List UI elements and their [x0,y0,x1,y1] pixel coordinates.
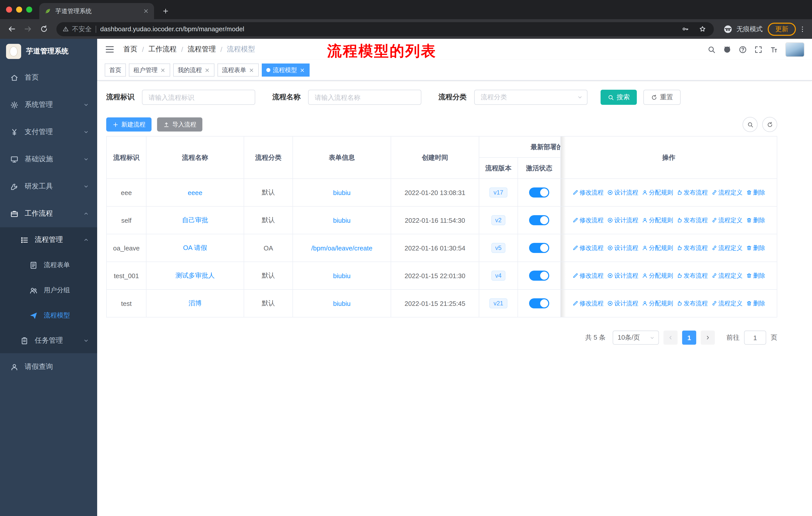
tag-process-form[interactable]: 流程表单 [218,63,259,77]
window-minimize-button[interactable] [16,6,22,12]
version-badge[interactable]: v5 [491,243,505,253]
form-link[interactable]: biubiu [333,216,350,224]
form-link[interactable]: biubiu [333,300,350,307]
fullscreen-icon[interactable] [754,45,763,54]
version-badge[interactable]: v2 [491,215,505,225]
op-publish-link[interactable]: 发布流程 [676,299,708,308]
sidebar-collapse-button[interactable] [105,44,115,54]
op-delete-link[interactable]: 删除 [746,244,765,252]
op-delete-link[interactable]: 删除 [746,299,765,308]
op-edit-link[interactable]: 修改流程 [572,299,604,308]
forward-button[interactable] [20,21,35,36]
process-name-link[interactable]: 自己审批 [182,216,208,224]
op-design-link[interactable]: 设计流程 [607,271,638,280]
goto-page-input[interactable] [744,331,766,345]
close-icon[interactable] [204,67,210,73]
op-delete-link[interactable]: 删除 [746,271,765,280]
op-edit-link[interactable]: 修改流程 [572,271,604,280]
op-assign-link[interactable]: 分配规则 [642,299,673,308]
op-design-link[interactable]: 设计流程 [607,216,638,224]
sidebar-item-home[interactable]: 首页 [0,64,97,91]
sidebar-item-task-mgmt[interactable]: 任务管理 [0,328,97,353]
op-definition-link[interactable]: 流程定义 [711,188,743,197]
op-design-link[interactable]: 设计流程 [607,299,638,308]
update-button[interactable]: 更新 [768,22,796,35]
process-name-link[interactable]: eeee [188,189,202,196]
status-toggle[interactable] [529,215,549,225]
op-publish-link[interactable]: 发布流程 [676,216,708,224]
font-size-icon[interactable] [770,45,778,54]
version-badge[interactable]: v21 [490,298,508,308]
op-delete-link[interactable]: 删除 [746,216,765,224]
sidebar-item-workflow[interactable]: 工作流程 [0,200,97,227]
page-size-select[interactable]: 10条/页 [613,331,659,345]
status-toggle[interactable] [529,298,549,308]
category-select[interactable]: 流程分类 [474,90,587,105]
search-button[interactable]: 搜索 [601,90,637,105]
op-edit-link[interactable]: 修改流程 [572,188,604,197]
sidebar-item-user-group[interactable]: 用户分组 [0,278,97,303]
op-assign-link[interactable]: 分配规则 [642,188,673,197]
help-icon[interactable] [738,45,747,54]
github-icon[interactable] [723,45,731,54]
sidebar-item-process-model[interactable]: 流程模型 [0,303,97,328]
browser-tab[interactable]: 芋道管理系统 [39,3,154,19]
tab-close-icon[interactable] [143,8,149,14]
op-publish-link[interactable]: 发布流程 [676,188,708,197]
sidebar-item-process-mgmt[interactable]: 流程管理 [0,227,97,252]
tag-tenant[interactable]: 租户管理 [129,63,170,77]
security-indicator[interactable]: 不安全 [62,24,92,33]
op-definition-link[interactable]: 流程定义 [711,244,743,252]
op-definition-link[interactable]: 流程定义 [711,299,743,308]
tag-home[interactable]: 首页 [105,63,126,77]
op-assign-link[interactable]: 分配规则 [642,216,673,224]
sidebar-item-leave-query[interactable]: 请假查询 [0,353,97,380]
window-zoom-button[interactable] [26,6,32,12]
op-design-link[interactable]: 设计流程 [607,188,638,197]
sidebar-item-dev-tools[interactable]: 研发工具 [0,173,97,200]
version-badge[interactable]: v17 [490,187,508,197]
refresh-table-button[interactable] [762,117,777,132]
window-close-button[interactable] [6,6,12,12]
op-edit-link[interactable]: 修改流程 [572,244,604,252]
create-process-button[interactable]: 新建流程 [106,117,151,132]
version-badge[interactable]: v4 [491,271,505,281]
op-definition-link[interactable]: 流程定义 [711,271,743,280]
new-tab-button[interactable] [159,4,172,18]
browser-menu-button[interactable] [797,22,808,35]
status-toggle[interactable] [529,187,549,197]
close-icon[interactable] [299,67,305,73]
process-name-link[interactable]: OA 请假 [183,244,207,251]
form-link[interactable]: biubiu [333,272,350,279]
op-design-link[interactable]: 设计流程 [607,244,638,252]
process-key-input[interactable] [142,90,255,105]
process-name-link[interactable]: 测试多审批人 [175,272,215,279]
prev-page-button[interactable] [664,331,677,345]
op-publish-link[interactable]: 发布流程 [676,244,708,252]
breadcrumb-home[interactable]: 首页 [123,45,138,54]
op-assign-link[interactable]: 分配规则 [642,244,673,252]
next-page-button[interactable] [701,331,715,345]
process-name-input[interactable] [308,90,422,105]
sidebar-item-pay[interactable]: 支付管理 [0,118,97,146]
tag-my-process[interactable]: 我的流程 [173,63,214,77]
breadcrumb-workflow[interactable]: 工作流程 [148,45,177,54]
import-process-button[interactable]: 导入流程 [157,117,202,132]
page-number-button[interactable]: 1 [682,331,696,345]
close-icon[interactable] [249,67,254,73]
password-manager-button[interactable] [678,22,692,35]
op-publish-link[interactable]: 发布流程 [676,271,708,280]
tag-process-model[interactable]: 流程模型 [262,63,310,77]
status-toggle[interactable] [529,243,549,253]
back-button[interactable] [4,21,19,36]
form-link[interactable]: /bpm/oa/leave/create [311,244,373,252]
process-name-link[interactable]: 滔博 [188,299,202,307]
sidebar-item-infra[interactable]: 基础设施 [0,146,97,173]
op-definition-link[interactable]: 流程定义 [711,216,743,224]
op-assign-link[interactable]: 分配规则 [642,271,673,280]
status-toggle[interactable] [529,271,549,281]
bookmark-button[interactable] [696,22,709,35]
op-delete-link[interactable]: 删除 [746,188,765,197]
sidebar-item-system[interactable]: 系统管理 [0,91,97,118]
avatar[interactable] [785,42,805,57]
